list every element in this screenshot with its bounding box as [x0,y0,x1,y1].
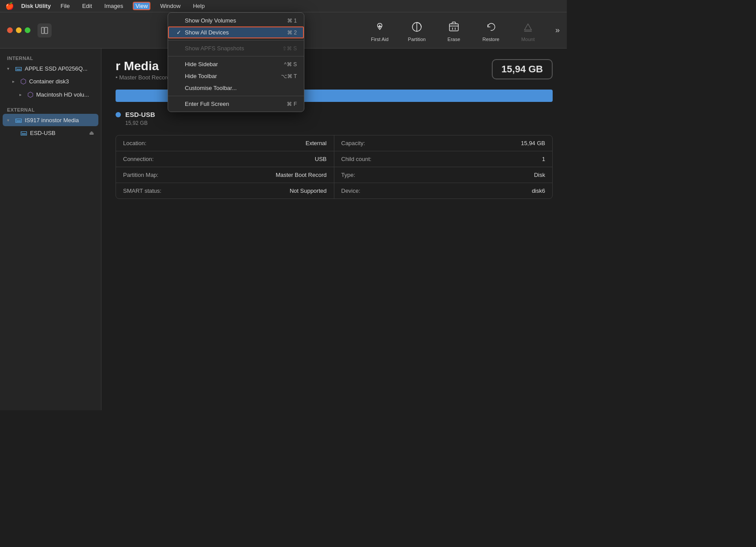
volume-icon: ⬡ [27,90,34,99]
menu-item-label: Enter Full Screen [185,101,229,107]
menu-item-text: Show APFS Snapshots [175,45,244,52]
eject-icon[interactable]: ⏏ [89,130,94,136]
sidebar-item-macintosh-hd[interactable]: ▸ ⬡ Macintosh HD volu... [3,88,98,101]
svg-rect-6 [449,24,458,31]
partition-map-value: Master Boot Record [276,172,327,178]
restore-button[interactable]: Restore [478,19,504,42]
menu-item-label: Show All Devices [185,29,229,36]
restore-label: Restore [483,37,500,42]
view-dropdown-menu: Show Only Volumes ⌘ 1 ✓ Show All Devices… [168,12,304,112]
shortcut: ⌥⌘ T [281,73,297,79]
mount-label: Mount [521,37,535,42]
menu-item-hide-sidebar[interactable]: Hide Sidebar ^⌘ S [168,58,304,70]
drive-icon: 🖴 [15,116,22,124]
chevron-down-icon: ▾ [7,118,12,123]
smart-value: Not Supported [290,187,327,194]
sidebar: Internal ▾ 🖴 APPLE SSD AP0256Q... ▸ ⬡ Co… [0,49,101,410]
menu-item-customise-toolbar[interactable]: Customise Toolbar... [168,82,304,94]
shortcut: ⌘ F [287,101,297,107]
device-title: r Media [116,59,170,73]
smart-label: SMART status: [123,187,161,194]
location-value: External [306,140,327,146]
mount-button[interactable]: Mount [515,19,541,42]
shortcut: ⌘ 2 [287,30,297,36]
partition-label: Partition [408,37,426,42]
menu-item-text: Hide Sidebar [175,61,218,67]
location-label: Location: [123,140,146,146]
shortcut: ⇧⌘ S [282,45,297,52]
device-subtitle: • Master Boot Record [116,74,170,81]
svg-rect-0 [41,27,44,34]
menu-item-text: Enter Full Screen [175,101,229,107]
chevron-right-icon: ▸ [19,92,25,97]
erase-icon [446,19,462,35]
child-count-value: 1 [542,156,545,162]
info-row-child-count: Child count: 1 [334,151,553,167]
edit-menu[interactable]: Edit [79,2,94,10]
sidebar-item-container-disk3[interactable]: ▸ ⬡ Container disk3 [3,75,98,88]
close-button[interactable] [7,27,13,33]
partition-map-label: Partition Map: [123,172,158,178]
info-row-type: Type: Disk [334,167,553,183]
sidebar-item-apple-ssd[interactable]: ▾ 🖴 APPLE SSD AP0256Q... [3,62,98,75]
menu-item-text: Hide Toolbar [175,73,217,79]
menu-item-enter-full-screen[interactable]: Enter Full Screen ⌘ F [168,98,304,110]
toolbar-overflow-button[interactable]: » [555,26,560,35]
drive-icon: 🖴 [20,129,27,137]
sidebar-item-label: Macintosh HD volu... [36,91,89,98]
capacity-value: 15,94 GB [521,140,545,146]
sidebar-item-is917[interactable]: ▾ 🖴 IS917 innostor Media [3,114,98,126]
erase-label: Erase [448,37,460,42]
external-section-label: External [0,105,101,113]
check-icon: ✓ [175,29,182,36]
menu-item-label: Hide Toolbar [185,73,217,79]
chevron-down-icon: ▾ [7,66,12,71]
help-menu[interactable]: Help [190,2,207,10]
device-size-badge: 15,94 GB [492,59,553,79]
container-icon: ⬡ [20,77,26,86]
images-menu[interactable]: Images [102,2,126,10]
volume-dot [116,112,121,117]
menu-item-label: Hide Sidebar [185,61,218,67]
shortcut: ^⌘ S [284,61,297,67]
minimize-button[interactable] [16,27,22,33]
window-menu[interactable]: Window [157,2,183,10]
menu-item-text: Show Only Volumes [175,17,236,24]
info-row-smart: SMART status: Not Supported [116,183,334,199]
device-label: Device: [341,187,360,194]
menu-item-label: Show APFS Snapshots [185,45,244,52]
partition-button[interactable]: Partition [404,19,430,42]
file-menu[interactable]: File [58,2,72,10]
menu-item-hide-toolbar[interactable]: Hide Toolbar ⌥⌘ T [168,70,304,82]
menu-item-text: ✓ Show All Devices [175,29,229,36]
volume-name: ESD-USB [125,111,155,118]
type-label: Type: [341,172,356,178]
child-count-label: Child count: [341,156,372,162]
menu-item-show-all-devices[interactable]: ✓ Show All Devices ⌘ 2 [168,26,304,38]
sidebar-item-label: ESD-USB [30,130,56,136]
apple-menu[interactable]: 🍎 [5,2,14,10]
toolbar-actions: First Aid Partition [367,19,560,42]
info-col-right: Capacity: 15,94 GB Child count: 1 Type: … [334,135,553,199]
info-grid: Location: External Connection: USB Parti… [116,135,553,199]
info-row-device: Device: disk6 [334,183,553,199]
info-row-partition-map: Partition Map: Master Boot Record [116,167,334,183]
chevron-right-icon: ▸ [12,79,18,84]
capacity-label: Capacity: [341,140,365,146]
info-col-left: Location: External Connection: USB Parti… [116,135,334,199]
sidebar-item-label: IS917 innostor Media [25,117,79,124]
first-aid-button[interactable]: First Aid [367,19,393,42]
connection-value: USB [315,156,327,162]
sidebar-toggle-button[interactable] [37,23,52,37]
erase-button[interactable]: Erase [441,19,467,42]
maximize-button[interactable] [25,27,30,33]
sidebar-item-esd-usb[interactable]: 🖴 ESD-USB ⏏ [3,127,98,139]
mount-icon [520,19,536,35]
shortcut: ⌘ 1 [287,18,297,24]
menu-item-show-apfs-snapshots[interactable]: Show APFS Snapshots ⇧⌘ S [168,42,304,54]
device-value: disk6 [532,187,545,194]
view-menu[interactable]: View [133,2,150,10]
menu-item-show-only-volumes[interactable]: Show Only Volumes ⌘ 1 [168,15,304,26]
menubar: 🍎 Disk Utility File Edit Images View Win… [0,0,567,12]
device-title-area: r Media • Master Boot Record [116,59,170,81]
